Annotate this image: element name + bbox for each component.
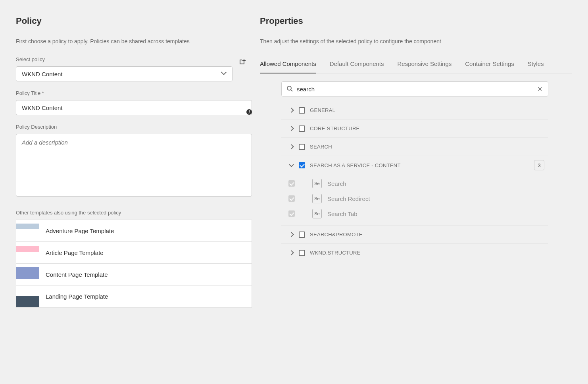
- template-thumbnail: [16, 286, 39, 307]
- component-icon: Se: [312, 194, 322, 203]
- template-label: Adventure Page Template: [39, 228, 114, 234]
- select-policy-value: WKND Content: [22, 71, 63, 77]
- select-policy-dropdown[interactable]: WKND Content: [16, 66, 233, 81]
- other-templates-label: Other templates also using the selected …: [16, 210, 252, 216]
- component-checkbox[interactable]: [288, 180, 295, 187]
- component-icon: Se: [312, 209, 322, 218]
- component-label: Search: [327, 180, 346, 187]
- tab-container-settings[interactable]: Container Settings: [465, 56, 514, 73]
- group-search-service[interactable]: SEARCH AS A SERVICE - CONTENT 3: [281, 156, 548, 174]
- group-wknd-structure[interactable]: WKND.STRUCTURE: [281, 244, 548, 262]
- group-core-structure[interactable]: CORE STRUCTURE: [281, 120, 548, 138]
- group-general[interactable]: GENERAL: [281, 101, 548, 120]
- template-thumbnail: [16, 264, 39, 285]
- group-search[interactable]: SEARCH: [281, 138, 548, 156]
- template-label: Landing Page Template: [39, 293, 108, 300]
- chevron-right-icon[interactable]: [288, 108, 294, 113]
- group-children: Se Search Se Search Redirect Se Search T…: [281, 174, 548, 226]
- component-checkbox[interactable]: [288, 210, 295, 217]
- tab-styles[interactable]: Styles: [528, 56, 544, 73]
- properties-heading: Properties: [260, 16, 572, 26]
- group-label: CORE STRUCTURE: [310, 125, 360, 131]
- count-badge: 3: [534, 160, 544, 170]
- policy-heading: Policy: [16, 16, 252, 26]
- component-item[interactable]: Se Search Redirect: [288, 191, 548, 206]
- component-icon: Se: [312, 179, 322, 188]
- component-label: Search Tab: [327, 210, 357, 217]
- chevron-right-icon[interactable]: [288, 232, 294, 237]
- group-checkbox[interactable]: [299, 162, 305, 168]
- tabs: Allowed Components Default Components Re…: [260, 56, 572, 73]
- group-checkbox[interactable]: [299, 107, 305, 114]
- tab-responsive-settings[interactable]: Responsive Settings: [398, 56, 452, 73]
- properties-subtitle: Then adjust the settings of the selected…: [260, 38, 572, 44]
- policy-title-input[interactable]: [16, 100, 252, 115]
- component-search-box: ✕: [281, 81, 548, 96]
- template-item[interactable]: Adventure Page Template: [16, 220, 252, 242]
- info-icon[interactable]: i: [246, 109, 252, 115]
- chevron-right-icon[interactable]: [288, 250, 294, 256]
- svg-line-1: [291, 90, 292, 91]
- group-checkbox[interactable]: [299, 144, 305, 150]
- select-policy-label: Select policy: [16, 56, 252, 62]
- add-policy-icon[interactable]: [238, 55, 246, 69]
- group-label: SEARCH AS A SERVICE - CONTENT: [310, 162, 401, 168]
- group-checkbox[interactable]: [299, 232, 305, 238]
- policy-subtitle: First choose a policy to apply. Policies…: [16, 38, 252, 44]
- chevron-down-icon[interactable]: [288, 162, 294, 168]
- component-label: Search Redirect: [327, 195, 370, 202]
- chevron-right-icon[interactable]: [288, 144, 294, 150]
- template-item[interactable]: Article Page Template: [16, 242, 252, 264]
- component-group-list: GENERAL CORE STRUCTURE SEARCH SEARCH AS …: [281, 101, 548, 262]
- template-label: Article Page Template: [39, 249, 104, 256]
- tab-allowed-components[interactable]: Allowed Components: [260, 56, 316, 73]
- group-checkbox[interactable]: [299, 125, 305, 132]
- policy-title-label: Policy Title *: [16, 90, 252, 96]
- clear-icon[interactable]: ✕: [536, 84, 544, 95]
- group-label: SEARCH: [310, 144, 332, 150]
- chevron-right-icon[interactable]: [288, 126, 294, 131]
- policy-description-label: Policy Description: [16, 124, 252, 130]
- svg-point-0: [287, 86, 291, 90]
- template-item[interactable]: Landing Page Template: [16, 286, 252, 307]
- template-item[interactable]: Content Page Template: [16, 264, 252, 286]
- chevron-down-icon: [222, 71, 227, 76]
- group-search-promote[interactable]: SEARCH&PROMOTE: [281, 226, 548, 244]
- policy-description-textarea[interactable]: [16, 134, 252, 197]
- template-label: Content Page Template: [39, 271, 108, 278]
- component-item[interactable]: Se Search Tab: [288, 206, 548, 221]
- group-label: GENERAL: [310, 107, 335, 113]
- template-thumbnail: [16, 242, 39, 263]
- template-thumbnail: [16, 220, 39, 241]
- component-item[interactable]: Se Search: [288, 176, 548, 191]
- component-search-input[interactable]: [297, 86, 536, 93]
- tab-default-components[interactable]: Default Components: [330, 56, 384, 73]
- group-label: WKND.STRUCTURE: [310, 250, 361, 256]
- group-label: SEARCH&PROMOTE: [310, 232, 363, 237]
- other-templates-list: Adventure Page Template Article Page Tem…: [16, 220, 252, 308]
- group-checkbox[interactable]: [299, 250, 305, 256]
- search-icon: [286, 85, 293, 93]
- component-checkbox[interactable]: [288, 195, 295, 202]
